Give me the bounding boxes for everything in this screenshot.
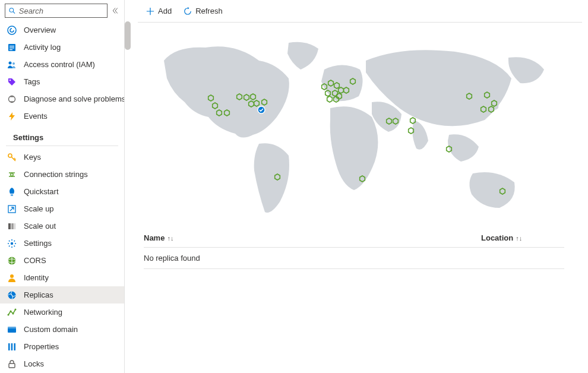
sidebar-item-activity-log[interactable]: Activity log xyxy=(0,39,124,56)
sidebar-item-locks[interactable]: Locks xyxy=(0,355,124,372)
svg-rect-6 xyxy=(10,49,12,50)
nav-icon-wrapper xyxy=(7,222,17,231)
nav-icon-wrapper xyxy=(7,325,17,334)
nav-icon-wrapper xyxy=(7,290,17,300)
sidebar-item-connection-strings[interactable]: Connection strings xyxy=(0,166,124,183)
svg-rect-13 xyxy=(8,223,11,229)
search-box[interactable] xyxy=(5,4,108,18)
sidebar-item-label: Custom domain xyxy=(24,325,78,334)
svg-rect-14 xyxy=(11,223,14,229)
events-icon xyxy=(7,112,17,121)
column-name-label: Name xyxy=(144,233,165,242)
identity-icon xyxy=(7,273,17,283)
svg-point-21 xyxy=(8,314,10,315)
sidebar-item-custom-domain[interactable]: Custom domain xyxy=(0,321,124,338)
sidebar-item-quickstart[interactable]: Quickstart xyxy=(0,183,124,200)
scrollbar-thumb[interactable] xyxy=(125,21,131,50)
world-map-svg xyxy=(152,37,556,221)
sidebar-item-label: Connection strings xyxy=(24,170,88,179)
column-header-location[interactable]: Location ↑↓ xyxy=(481,233,564,242)
svg-line-1 xyxy=(13,12,15,14)
sidebar-item-scale-up[interactable]: Scale up xyxy=(0,200,124,217)
networking-icon xyxy=(7,308,17,317)
sidebar-item-label: Access control (IAM) xyxy=(24,60,95,69)
sidebar-item-replicas[interactable]: Replicas xyxy=(0,286,124,304)
toolbar: Add Refresh xyxy=(138,0,582,23)
refresh-button-label: Refresh xyxy=(195,7,223,15)
column-header-name[interactable]: Name ↑↓ xyxy=(144,233,481,242)
add-button[interactable]: Add xyxy=(144,4,174,18)
svg-rect-5 xyxy=(10,48,14,48)
sidebar-item-label: Overview xyxy=(24,26,56,34)
nav-icon-wrapper xyxy=(7,43,17,52)
sidebar-item-access-control-iam[interactable]: Access control (IAM) xyxy=(0,56,124,73)
region-node[interactable] xyxy=(327,96,333,102)
svg-point-16 xyxy=(11,242,13,244)
svg-rect-30 xyxy=(9,363,15,368)
sidebar-item-label: Settings xyxy=(24,239,52,248)
nav-icon-wrapper xyxy=(7,308,17,317)
svg-rect-15 xyxy=(14,223,15,229)
replicas-icon xyxy=(7,290,17,300)
svg-point-0 xyxy=(10,8,14,12)
sidebar-item-label: Diagnose and solve problems xyxy=(24,94,124,103)
svg-point-24 xyxy=(15,308,17,310)
refresh-button[interactable]: Refresh xyxy=(181,4,225,18)
sidebar-item-label: Quickstart xyxy=(24,187,59,196)
nav-icon-wrapper xyxy=(7,187,17,197)
nav-icon-wrapper xyxy=(7,112,17,121)
sidebar-item-diagnose-and-solve-problems[interactable]: Diagnose and solve problems xyxy=(0,90,124,108)
nav-icon-wrapper xyxy=(7,239,17,248)
add-button-label: Add xyxy=(158,7,172,15)
svg-rect-28 xyxy=(11,343,13,350)
svg-point-23 xyxy=(12,312,14,314)
nav-icon-wrapper xyxy=(7,94,17,104)
sort-icon: ↑↓ xyxy=(516,235,522,242)
nav-icon-wrapper xyxy=(7,26,17,35)
sidebar-item-label: Keys xyxy=(24,153,41,162)
sidebar-item-scale-out[interactable]: Scale out xyxy=(0,217,124,235)
sidebar-item-overview[interactable]: Overview xyxy=(0,21,124,39)
tags-icon xyxy=(7,77,17,87)
settings-section-header: Settings xyxy=(6,125,118,146)
sidebar-item-label: Replicas xyxy=(24,290,53,299)
sidebar: OverviewActivity logAccess control (IAM)… xyxy=(0,0,125,373)
nav-icon-wrapper xyxy=(7,256,17,265)
sidebar-item-identity[interactable]: Identity xyxy=(0,269,124,286)
search-input[interactable] xyxy=(19,7,103,15)
sidebar-item-networking[interactable]: Networking xyxy=(0,304,124,321)
sidebar-item-keys[interactable]: Keys xyxy=(0,148,124,166)
sort-icon: ↑↓ xyxy=(167,235,173,242)
svg-rect-4 xyxy=(10,46,14,46)
sidebar-item-settings[interactable]: Settings xyxy=(0,235,124,252)
svg-point-22 xyxy=(10,310,12,312)
sidebar-item-label: CORS xyxy=(24,256,46,265)
nav-icon-wrapper xyxy=(7,153,17,162)
svg-point-19 xyxy=(10,274,14,278)
sidebar-item-label: Locks xyxy=(24,359,44,368)
table-header: Name ↑↓ Location ↑↓ xyxy=(144,229,564,248)
scale-up-icon xyxy=(7,204,17,214)
chevron-double-left-icon xyxy=(112,7,119,14)
svg-rect-27 xyxy=(8,343,10,350)
settings-icon xyxy=(7,239,17,248)
sidebar-nav: OverviewActivity logAccess control (IAM)… xyxy=(0,21,124,373)
scale-out-icon xyxy=(7,222,17,231)
nav-icon-wrapper xyxy=(7,204,17,214)
search-icon xyxy=(9,7,15,14)
collapse-sidebar-button[interactable] xyxy=(110,5,121,16)
sidebar-item-label: Networking xyxy=(24,308,62,317)
sidebar-item-events[interactable]: Events xyxy=(0,108,124,125)
sidebar-item-tags[interactable]: Tags xyxy=(0,73,124,90)
column-location-label: Location xyxy=(481,233,513,242)
nav-icon-wrapper xyxy=(7,359,17,369)
map-landmasses xyxy=(164,42,544,213)
nav-icon-wrapper xyxy=(7,60,17,69)
search-row xyxy=(0,0,124,21)
sidebar-item-label: Events xyxy=(24,112,48,121)
sidebar-item-properties[interactable]: Properties xyxy=(0,338,124,355)
sidebar-item-cors[interactable]: CORS xyxy=(0,252,124,269)
plus-icon xyxy=(146,7,154,15)
overview-icon xyxy=(7,26,17,35)
svg-point-7 xyxy=(9,61,12,64)
